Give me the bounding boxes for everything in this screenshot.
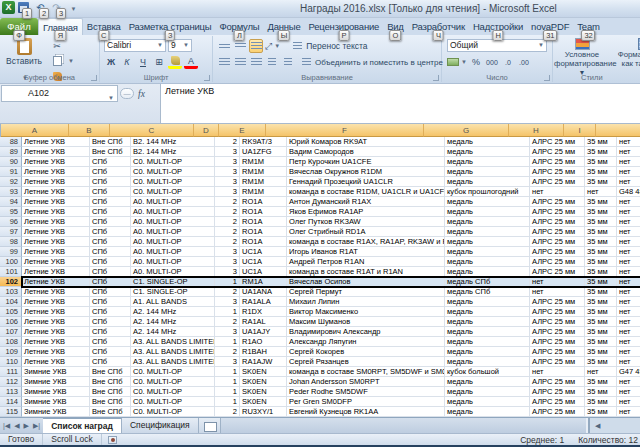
- increase-decimal-button[interactable]: .0: [501, 55, 515, 69]
- cell[interactable]: 2: [215, 207, 240, 217]
- cell[interactable]: СПб: [90, 217, 131, 227]
- cell[interactable]: Летние УКВ: [22, 357, 90, 367]
- cell[interactable]: RO1A: [240, 227, 287, 237]
- cell[interactable]: R1AO: [240, 337, 287, 347]
- cell[interactable]: Вне СПб: [90, 377, 131, 387]
- cell[interactable]: Андрей Петров R1AN: [287, 257, 445, 267]
- cell[interactable]: 35 мм: [585, 377, 617, 387]
- format-as-table-button[interactable]: Форматировать как таблицу ▾: [611, 38, 640, 68]
- cell[interactable]: 35 мм: [585, 307, 617, 317]
- row-header[interactable]: 109: [0, 347, 22, 357]
- cell[interactable]: RK9AT/3: [240, 137, 287, 147]
- cell[interactable]: Вне СПб: [90, 397, 131, 407]
- cell[interactable]: 35 мм: [585, 177, 617, 187]
- cell[interactable]: нет: [530, 287, 585, 297]
- cell[interactable]: Михаил Липин: [287, 297, 445, 307]
- cell[interactable]: медаль: [445, 167, 530, 177]
- cell[interactable]: RO1A: [240, 207, 287, 217]
- cell[interactable]: АЛРС 25 мм: [530, 337, 585, 347]
- insert-worksheet-button[interactable]: [199, 418, 221, 433]
- column-header-j[interactable]: [596, 124, 640, 137]
- cell[interactable]: A0. MULTI-OP: [131, 237, 215, 247]
- cell[interactable]: медаль: [445, 197, 530, 207]
- cell[interactable]: АЛРС 25 мм: [530, 197, 585, 207]
- row-header[interactable]: 97: [0, 227, 22, 237]
- decrease-indent-button[interactable]: [265, 55, 279, 69]
- cell[interactable]: Летние УКВ: [22, 277, 90, 287]
- row-header[interactable]: 113: [0, 387, 22, 397]
- cell[interactable]: A0. MULTI-OP: [131, 247, 215, 257]
- cell[interactable]: нет: [617, 317, 640, 327]
- cell[interactable]: Олег Стрибный RD1A: [287, 227, 445, 237]
- cell[interactable]: Зимние УКВ: [22, 387, 90, 397]
- cell[interactable]: СПб: [90, 247, 131, 257]
- align-top-button[interactable]: [217, 39, 231, 53]
- cell[interactable]: 1: [215, 367, 240, 377]
- copy-button[interactable]: [50, 54, 64, 68]
- cell[interactable]: RA1ALA: [240, 297, 287, 307]
- cell[interactable]: 35 мм: [585, 317, 617, 327]
- select-all-corner[interactable]: [0, 124, 1, 137]
- cell[interactable]: АЛРС 25 мм: [530, 207, 585, 217]
- tab-главная[interactable]: ГлавнаяЯ: [38, 18, 83, 35]
- cell[interactable]: медаль: [445, 377, 530, 387]
- cell[interactable]: СПб: [90, 177, 131, 187]
- cell[interactable]: A0. MULTI-OP: [131, 207, 215, 217]
- alignment-dialog-launcher[interactable]: [433, 75, 439, 81]
- cell[interactable]: 35 мм: [585, 237, 617, 247]
- cell[interactable]: 35 мм: [585, 157, 617, 167]
- cell[interactable]: АЛРС 25 мм: [530, 227, 585, 237]
- cell[interactable]: 3: [215, 187, 240, 197]
- cell[interactable]: 35 мм: [585, 297, 617, 307]
- cell[interactable]: SK0EN: [240, 377, 287, 387]
- cell[interactable]: Петр Курочкин UA1CFE: [287, 157, 445, 167]
- cell[interactable]: АЛРС 25 мм: [530, 297, 585, 307]
- cell[interactable]: нет: [617, 207, 640, 217]
- cell[interactable]: G48 48x: [617, 187, 640, 197]
- row-header[interactable]: 112: [0, 377, 22, 387]
- cell[interactable]: кубок большой: [445, 367, 530, 377]
- cell[interactable]: нет: [617, 377, 640, 387]
- cell[interactable]: нет: [617, 237, 640, 247]
- cell[interactable]: Летние УКВ: [22, 147, 90, 157]
- formula-input[interactable]: Летние УКВ: [160, 84, 640, 123]
- cell[interactable]: 1: [215, 307, 240, 317]
- cell[interactable]: 35 мм: [585, 407, 617, 417]
- scroll-left-arrow[interactable]: ◀: [595, 422, 600, 430]
- column-header-G[interactable]: G: [424, 124, 509, 137]
- clipboard-dialog-launcher[interactable]: [91, 75, 97, 81]
- cell[interactable]: 3: [215, 157, 240, 167]
- tab-разработчик[interactable]: РазработчикЧ: [408, 19, 469, 35]
- cell[interactable]: нет: [530, 187, 585, 197]
- cell[interactable]: 35 мм: [585, 387, 617, 397]
- cell[interactable]: 35 мм: [585, 247, 617, 257]
- cell[interactable]: СПб: [90, 197, 131, 207]
- sheet-tab-specifikaciya[interactable]: Спецификация: [122, 418, 199, 433]
- cell[interactable]: нет: [617, 267, 640, 277]
- cell[interactable]: A2. 144 MHz: [131, 307, 215, 317]
- cell[interactable]: Геннадий Прозецкий UA1CLR: [287, 177, 445, 187]
- cell[interactable]: 3: [215, 257, 240, 267]
- font-dialog-launcher[interactable]: [204, 75, 210, 81]
- cell[interactable]: C0. MULTI-OP: [131, 177, 215, 187]
- increase-indent-button[interactable]: [281, 55, 295, 69]
- cell[interactable]: АЛРС 25 мм: [530, 177, 585, 187]
- cell[interactable]: C0. MULTI-OP: [131, 407, 215, 417]
- cell[interactable]: Летние УКВ: [22, 227, 90, 237]
- cell[interactable]: 2: [215, 227, 240, 237]
- cell[interactable]: медаль: [445, 327, 530, 337]
- align-center-button[interactable]: [233, 55, 247, 69]
- cell[interactable]: RO1A: [240, 197, 287, 207]
- tab-надстройки[interactable]: НадстройкиН: [469, 19, 527, 35]
- cell[interactable]: Сергей Кокорев: [287, 347, 445, 357]
- cell[interactable]: RO1A: [240, 217, 287, 227]
- cell[interactable]: СПб: [90, 267, 131, 277]
- conditional-formatting-button[interactable]: Условное форматирование ▾: [554, 38, 610, 77]
- cell[interactable]: 35 мм: [585, 277, 617, 287]
- cell[interactable]: A1. ALL BANDS: [131, 297, 215, 307]
- cell[interactable]: SK0EN: [240, 367, 287, 377]
- tab-novapdf[interactable]: novaPDF31: [527, 19, 573, 35]
- cell[interactable]: RM1M: [240, 157, 287, 167]
- cell[interactable]: R1DX: [240, 307, 287, 317]
- cell[interactable]: 3: [215, 297, 240, 307]
